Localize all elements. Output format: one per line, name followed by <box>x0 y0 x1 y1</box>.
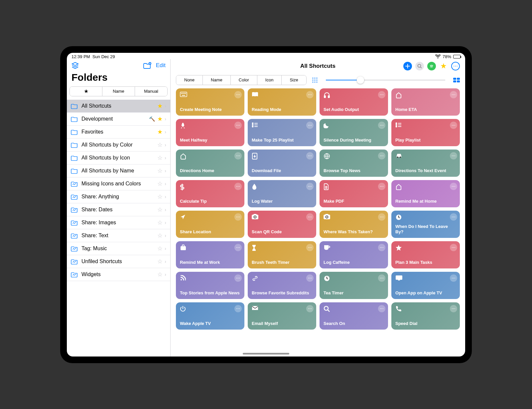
card-more-button[interactable]: ⋯ <box>306 91 314 98</box>
card-more-button[interactable]: ⋯ <box>450 274 457 282</box>
folder-item[interactable]: All Shortcuts by Color ☆ › <box>67 139 170 152</box>
shortcut-card[interactable]: Play Playlist ⋯ <box>391 119 460 146</box>
shortcut-card[interactable]: Make Top 25 Playlist ⋯ <box>248 119 316 146</box>
star-icon[interactable]: ☆ <box>157 245 163 252</box>
card-more-button[interactable]: ⋯ <box>378 183 385 190</box>
shortcut-card[interactable]: Scan QR Code ⋯ <box>248 211 316 238</box>
grid-small-icon[interactable] <box>312 77 318 83</box>
folder-item[interactable]: Share: Dates ☆ › <box>67 203 170 216</box>
shortcut-card[interactable]: Set Audio Output ⋯ <box>320 88 388 116</box>
more-button[interactable]: ⋯ <box>451 62 460 70</box>
star-icon[interactable]: ☆ <box>157 180 163 187</box>
folder-item[interactable]: Unfiled Shortcuts ☆ › <box>67 255 170 268</box>
card-more-button[interactable]: ⋯ <box>234 213 242 221</box>
folder-item[interactable]: All Shortcuts by Name ☆ › <box>67 164 170 177</box>
card-more-button[interactable]: ⋯ <box>306 183 314 190</box>
star-icon[interactable]: ☆ <box>157 206 163 213</box>
shortcut-card[interactable]: Browse Top News ⋯ <box>320 150 388 177</box>
star-icon[interactable]: ★ <box>157 115 163 123</box>
star-icon[interactable]: ☆ <box>157 219 163 226</box>
shortcut-card[interactable]: Log Caffeine ⋯ <box>320 241 388 268</box>
card-more-button[interactable]: ⋯ <box>234 122 242 129</box>
card-more-button[interactable]: ⋯ <box>306 244 314 251</box>
folder-item[interactable]: All Shortcuts by Icon ☆ › <box>67 152 170 164</box>
card-more-button[interactable]: ⋯ <box>378 152 385 159</box>
shortcut-card[interactable]: When Do I Need To Leave By? ⋯ <box>391 211 460 238</box>
star-icon[interactable]: ☆ <box>157 232 163 239</box>
star-icon[interactable]: ☆ <box>157 154 163 161</box>
shortcut-card[interactable]: Tea Timer ⋯ <box>320 272 388 299</box>
card-more-button[interactable]: ⋯ <box>378 274 385 282</box>
favorite-button[interactable]: ★ <box>439 62 448 70</box>
folder-item[interactable]: Missing Icons and Colors ☆ › <box>67 177 170 190</box>
shortcut-card[interactable]: Open App on Apple TV ⋯ <box>391 272 460 299</box>
card-more-button[interactable]: ⋯ <box>306 213 314 221</box>
shortcut-card[interactable]: Calculate Tip ⋯ <box>176 180 244 207</box>
shortcut-card[interactable]: Home ETA ⋯ <box>391 88 460 116</box>
shortcut-card[interactable]: Where Was This Taken? ⋯ <box>320 211 388 238</box>
shortcut-card[interactable]: Meet Halfway ⋯ <box>176 119 244 146</box>
shortcut-card[interactable]: Browse Favorite Subreddits ⋯ <box>248 272 316 299</box>
star-icon[interactable]: ★ <box>157 128 163 136</box>
sort-starred[interactable]: ★ <box>70 87 102 96</box>
shortcut-card[interactable]: Silence During Meeting ⋯ <box>320 119 388 146</box>
card-more-button[interactable]: ⋯ <box>450 183 457 190</box>
search-button[interactable] <box>415 62 424 70</box>
card-more-button[interactable]: ⋯ <box>306 122 314 129</box>
shortcut-card[interactable]: Directions To Next Event ⋯ <box>391 150 460 177</box>
shortcut-card[interactable]: Plan 3 Main Tasks ⋯ <box>391 241 460 268</box>
card-more-button[interactable]: ⋯ <box>378 305 385 312</box>
sort-manual[interactable]: Manual <box>135 87 167 96</box>
star-icon[interactable]: ☆ <box>157 141 163 149</box>
sort-size[interactable]: Size <box>282 75 306 85</box>
layers-icon[interactable] <box>71 62 79 69</box>
shortcut-card[interactable]: Directions Home ⋯ <box>176 150 244 177</box>
card-more-button[interactable]: ⋯ <box>306 152 314 159</box>
folder-item[interactable]: Development 🔨 ★ › <box>67 113 170 126</box>
card-more-button[interactable]: ⋯ <box>450 91 457 98</box>
folder-item[interactable]: Share: Images ☆ › <box>67 216 170 229</box>
card-more-button[interactable]: ⋯ <box>234 152 242 159</box>
shortcut-card[interactable]: Remind Me at Home ⋯ <box>391 180 460 207</box>
shortcut-card[interactable]: Top Stories from Apple News ⋯ <box>176 272 244 299</box>
card-more-button[interactable]: ⋯ <box>306 305 314 312</box>
folder-item[interactable]: Favorites ★ › <box>67 126 170 139</box>
add-button[interactable] <box>403 62 412 70</box>
card-more-button[interactable]: ⋯ <box>450 213 457 221</box>
shortcut-card[interactable]: Create Meeting Note ⋯ <box>176 88 244 116</box>
star-icon[interactable]: ☆ <box>157 258 163 265</box>
folder-item[interactable]: Share: Text ☆ › <box>67 229 170 242</box>
card-more-button[interactable]: ⋯ <box>234 274 242 282</box>
card-more-button[interactable]: ⋯ <box>450 122 457 129</box>
shortcut-card[interactable]: Wake Apple TV ⋯ <box>176 302 244 330</box>
shortcut-card[interactable]: Reading Mode ⋯ <box>248 88 316 116</box>
zoom-slider[interactable] <box>326 80 445 80</box>
card-more-button[interactable]: ⋯ <box>234 91 242 98</box>
folder-item[interactable]: All Shortcuts ★ › <box>67 100 170 113</box>
sort-name-main[interactable]: Name <box>203 75 231 85</box>
shortcut-card[interactable]: Search On ⋯ <box>320 302 388 330</box>
star-icon[interactable]: ☆ <box>157 271 163 278</box>
shortcut-card[interactable]: Download File ⋯ <box>248 150 316 177</box>
shortcut-card[interactable]: Share Location ⋯ <box>176 211 244 238</box>
card-more-button[interactable]: ⋯ <box>234 305 242 312</box>
folder-item[interactable]: Tag: Music ☆ › <box>67 242 170 255</box>
shortcut-card[interactable]: Log Water ⋯ <box>248 180 316 207</box>
star-icon[interactable]: ★ <box>157 102 163 110</box>
grid-large-icon[interactable] <box>453 78 460 82</box>
shortcut-card[interactable]: Email Myself ⋯ <box>248 302 316 330</box>
sort-name[interactable]: Name <box>102 87 135 96</box>
shortcut-card[interactable]: Remind Me at Work ⋯ <box>176 241 244 268</box>
card-more-button[interactable]: ⋯ <box>378 91 385 98</box>
card-more-button[interactable]: ⋯ <box>450 244 457 251</box>
spotify-button[interactable] <box>427 62 436 70</box>
edit-button[interactable]: Edit <box>156 62 166 69</box>
card-more-button[interactable]: ⋯ <box>450 305 457 312</box>
sort-icon[interactable]: Icon <box>257 75 282 85</box>
shortcut-card[interactable]: Speed Dial ⋯ <box>391 302 460 330</box>
card-more-button[interactable]: ⋯ <box>378 122 385 129</box>
folder-item[interactable]: Widgets ☆ › <box>67 268 170 281</box>
new-folder-icon[interactable] <box>143 62 151 69</box>
card-more-button[interactable]: ⋯ <box>306 274 314 282</box>
card-more-button[interactable]: ⋯ <box>378 244 385 251</box>
